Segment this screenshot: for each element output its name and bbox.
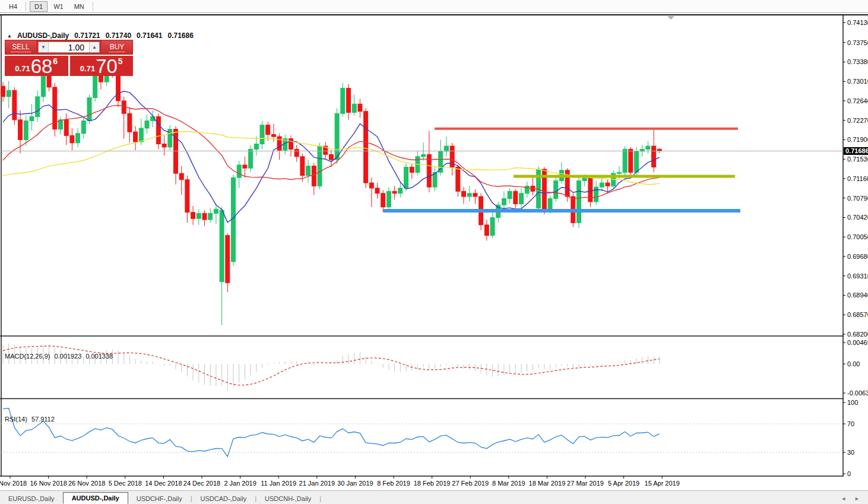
svg-text:27 Feb 2019: 27 Feb 2019 — [452, 480, 489, 487]
svg-text:8 Feb 2019: 8 Feb 2019 — [377, 480, 410, 487]
tab-separator: | — [319, 493, 321, 504]
svg-text:0.69310: 0.69310 — [847, 272, 868, 280]
macd-signal-line — [3, 346, 660, 385]
volume-increase-icon[interactable]: ▲ — [89, 42, 99, 52]
macd-axis: 0.0046940.00-0.00639 — [843, 339, 868, 397]
collapse-panel-icon[interactable]: ▲ — [7, 33, 12, 39]
svg-text:0.73750: 0.73750 — [847, 39, 868, 46]
tab-scroll-right-icon[interactable]: ► — [854, 496, 860, 502]
svg-text:0.69680: 0.69680 — [847, 253, 868, 260]
chart-title: ▲ AUDUSD-,Daily 0.71721 0.71740 0.71641 … — [7, 31, 194, 40]
timeframe-toolbar: H4D1W1MN — [0, 0, 868, 13]
chart-canvas: 0.741300.737500.733800.730100.726400.722… — [0, 14, 868, 504]
svg-text:0.00: 0.00 — [847, 360, 860, 367]
timeframe-button-h4[interactable]: H4 — [4, 1, 22, 12]
chart-shift-marker-icon[interactable] — [667, 16, 674, 20]
svg-text:30 Jan 2019: 30 Jan 2019 — [337, 480, 373, 487]
rsi-label: RSI(14) 57.9112 — [5, 416, 55, 423]
svg-text:0.73380: 0.73380 — [847, 58, 868, 65]
svg-text:18 Mar 2019: 18 Mar 2019 — [529, 480, 566, 487]
svg-text:-0.00639: -0.00639 — [847, 389, 868, 397]
svg-text:0.70420: 0.70420 — [847, 214, 868, 221]
volume-stepper: ▼ 1.00 ▲ — [38, 42, 100, 53]
ohlc-high: 0.71740 — [106, 31, 131, 40]
svg-text:15 Apr 2019: 15 Apr 2019 — [645, 480, 680, 487]
pane-frames — [0, 15, 868, 476]
rsi-pane — [1, 408, 843, 457]
svg-text:7 Nov 2018: 7 Nov 2018 — [0, 480, 27, 487]
tab-usdcnh[interactable]: USDCNH-,Daily — [256, 493, 319, 504]
timeframe-button-w1[interactable]: W1 — [49, 1, 68, 12]
symbol-tab-bar: EURUSD-,DailyAUDUSD-,DailyUSDCHF-,Daily|… — [0, 490, 868, 504]
date-axis: 7 Nov 201816 Nov 201826 Nov 20185 Dec 20… — [0, 476, 680, 487]
svg-text:8 Mar 2019: 8 Mar 2019 — [492, 480, 525, 487]
svg-text:0.73010: 0.73010 — [847, 78, 868, 85]
svg-text:16 Nov 2018: 16 Nov 2018 — [30, 480, 66, 487]
tab-usdcad[interactable]: USDCAD-,Daily — [192, 493, 255, 504]
sell-button[interactable]: SELL — [5, 40, 36, 54]
svg-text:5 Dec 2018: 5 Dec 2018 — [109, 480, 142, 487]
one-click-trading-panel: SELL ▼ 1.00 ▲ BUY 0.71 68 6 0.71 70 5 — [5, 40, 133, 76]
symbol-label: AUDUSD-,Daily — [17, 31, 69, 40]
toolbar-separator — [93, 2, 93, 11]
timeframe-button-d1[interactable]: D1 — [30, 1, 47, 12]
svg-text:24 Dec 2018: 24 Dec 2018 — [183, 480, 220, 487]
svg-text:0.71686: 0.71686 — [845, 147, 868, 154]
svg-text:11 Jan 2019: 11 Jan 2019 — [261, 480, 296, 487]
svg-text:0.70790: 0.70790 — [847, 195, 868, 202]
rsi-axis: 10070300 — [843, 399, 858, 477]
volume-input[interactable]: 1.00 — [49, 42, 89, 52]
macd-label: MACD(12,26,9) 0.001923 0.001338 — [5, 353, 113, 360]
svg-text:14 Dec 2018: 14 Dec 2018 — [145, 480, 182, 487]
svg-text:0.68570: 0.68570 — [847, 311, 868, 318]
svg-text:0.68940: 0.68940 — [847, 291, 868, 299]
rsi-line — [3, 408, 660, 457]
svg-text:18 Feb 2019: 18 Feb 2019 — [414, 480, 451, 487]
svg-text:0.72640: 0.72640 — [847, 97, 868, 104]
ohlc-close: 0.71686 — [167, 31, 193, 40]
svg-text:0: 0 — [847, 470, 851, 477]
ohlc-open: 0.71721 — [74, 31, 100, 40]
sell-price-button[interactable]: 0.71 68 6 — [5, 56, 68, 76]
volume-decrease-icon[interactable]: ▼ — [39, 42, 49, 52]
svg-text:30: 30 — [847, 449, 854, 456]
svg-text:5 Apr 2019: 5 Apr 2019 — [608, 480, 639, 487]
buy-button[interactable]: BUY — [102, 40, 132, 54]
svg-text:27 Mar 2019: 27 Mar 2019 — [567, 480, 604, 487]
macd-histogram — [3, 343, 660, 391]
tab-eurusd[interactable]: EURUSD-,Daily — [0, 493, 63, 504]
timeframe-button-mn[interactable]: MN — [69, 1, 89, 12]
svg-text:0.71530: 0.71530 — [847, 156, 868, 163]
svg-text:70: 70 — [847, 420, 854, 427]
svg-text:0.72270: 0.72270 — [847, 117, 868, 124]
svg-text:0.70050: 0.70050 — [847, 233, 868, 240]
bid-price-line: 0.71686 — [1, 147, 868, 155]
svg-text:0.004694: 0.004694 — [847, 339, 868, 346]
chart-window: 0.741300.737500.733800.730100.726400.722… — [0, 14, 868, 504]
buy-price-button[interactable]: 0.71 70 5 — [70, 56, 134, 76]
svg-text:2 Jan 2019: 2 Jan 2019 — [224, 480, 256, 487]
svg-text:0.74130: 0.74130 — [847, 19, 868, 26]
price-axis: 0.741300.737500.733800.730100.726400.722… — [843, 19, 868, 338]
svg-text:0.68200: 0.68200 — [847, 331, 868, 338]
svg-text:0.71160: 0.71160 — [847, 175, 868, 182]
ohlc-low: 0.71641 — [137, 31, 162, 40]
tab-scroll-left-icon[interactable]: ◄ — [841, 496, 846, 502]
svg-text:100: 100 — [847, 399, 858, 406]
toolbar-separator — [26, 2, 26, 11]
svg-text:26 Nov 2018: 26 Nov 2018 — [68, 480, 105, 487]
svg-text:0.71900: 0.71900 — [847, 136, 868, 143]
tab-usdchf[interactable]: USDCHF-,Daily — [128, 493, 191, 504]
tab-audusd[interactable]: AUDUSD-,Daily — [63, 492, 128, 504]
svg-text:21 Jan 2019: 21 Jan 2019 — [299, 480, 335, 487]
